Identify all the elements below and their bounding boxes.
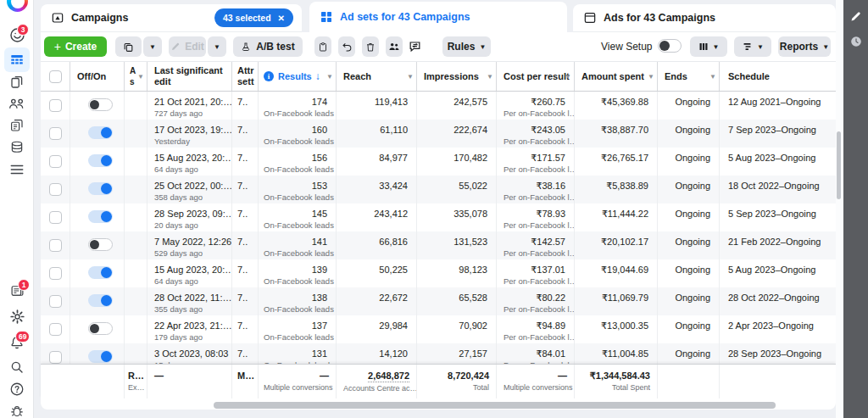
row-checkbox[interactable] [49,267,62,280]
edit-pencil-rail-icon[interactable] [843,10,868,23]
cost-per-result-value: ₹78.93 [504,208,565,220]
row-checkbox[interactable] [49,323,62,336]
reach-value: 33,424 [343,180,408,192]
view-setup-label: View Setup [601,41,653,53]
meta-ads-manager-logo[interactable] [7,0,28,12]
feedback-button[interactable] [408,40,422,53]
header-ends[interactable]: Ends▼ [657,62,719,91]
reach-value: 50,225 [343,264,408,276]
select-all-checkbox[interactable] [49,70,62,83]
info-icon[interactable]: i [264,71,274,81]
updates-icon[interactable]: 1 [0,283,34,298]
ads-page-icon [583,11,597,25]
breakdown-button[interactable]: ▼ [734,36,771,57]
table-row[interactable]: 7 May 2022, 12:26529 days ago 7.. 141On-… [41,231,836,259]
row-toggle[interactable] [88,350,113,363]
report-bug-icon[interactable] [0,404,34,418]
row-toggle[interactable] [88,238,113,251]
table-row[interactable]: 28 Sep 2023, 09:…20 days ago 7.. 145On-F… [41,203,836,231]
row-checkbox[interactable] [49,155,62,168]
duplicate-caret-button[interactable]: ▼ [143,36,162,57]
view-setup-toggle[interactable] [658,39,682,53]
table-row[interactable]: 21 Oct 2021, 20:…727 days ago 7.. 174On-… [41,92,836,120]
row-toggle[interactable] [88,294,113,307]
row-toggle[interactable] [88,322,113,335]
row-checkbox[interactable] [49,99,62,112]
results-value: 156 [264,152,327,164]
undo-button[interactable] [338,36,355,57]
header-amount-spent[interactable]: Amount spent▼ [574,62,657,91]
cost-per-result-value: ₹243.05 [504,124,565,136]
table-row[interactable]: 17 Oct 2023, 19:…Yesterday 7.. 160On-Fac… [41,120,836,148]
duplicate-button[interactable] [115,36,142,57]
row-checkbox[interactable] [49,351,62,364]
all-tools-menu-icon[interactable] [0,164,34,176]
selected-count-pill[interactable]: 43 selected✕ [214,8,293,27]
notifications-bell-icon[interactable]: 69 [0,335,34,350]
sort-descending-icon: ↓ [315,70,320,82]
amount-spent-value: ₹11,004.85 [581,348,648,359]
row-checkbox[interactable] [49,295,62,308]
table-row[interactable]: 25 Oct 2022, 00:…358 days ago 7.. 153On-… [41,176,836,203]
header-cost-per-result[interactable]: Cost per result▼ [496,62,574,91]
header-name[interactable]: As▼ [124,62,147,91]
history-clock-rail-icon[interactable] [843,36,868,47]
audiences-nav-icon[interactable] [0,96,34,111]
impressions-value: 222,674 [424,124,487,136]
row-toggle[interactable] [88,154,113,167]
row-checkbox[interactable] [49,127,62,140]
header-impressions[interactable]: Impressions▼ [416,62,496,91]
help-icon[interactable] [0,382,34,397]
vertical-scrollbar[interactable] [837,131,841,199]
impressions-value: 70,902 [424,320,487,332]
billing-nav-icon[interactable] [0,140,34,155]
columns-button[interactable]: ▼ [690,36,727,57]
pages-nav-icon[interactable] [0,75,34,90]
header-last-edit[interactable]: Last significantedit [147,62,231,91]
row-checkbox[interactable] [49,239,62,252]
account-icon[interactable]: 3 [0,27,34,43]
row-toggle[interactable] [88,210,113,223]
ads-manager-nav-icon[interactable] [0,53,34,68]
horizontal-scrollbar[interactable] [214,402,776,409]
clear-selection-icon[interactable]: ✕ [278,14,285,23]
results-value: 160 [264,124,327,136]
row-toggle[interactable] [88,98,113,111]
last-edit-ago: 179 days ago [154,332,225,343]
row-checkbox[interactable] [49,211,62,224]
row-toggle[interactable] [88,126,113,139]
header-attribution[interactable]: Attrsett [231,62,258,91]
table-row[interactable]: 28 Oct 2022, 11:…355 days ago 7.. 138On-… [41,287,836,315]
row-toggle[interactable] [88,182,113,195]
header-reach[interactable]: Reach▼ [336,62,416,91]
results-type: On-Facebook leads [264,109,327,119]
delete-button[interactable] [362,36,379,57]
header-schedule[interactable]: Schedule [719,62,835,91]
last-edit-date: 28 Sep 2023, 09:… [154,208,225,220]
header-results[interactable]: iResults↓▼ [258,62,336,91]
impressions-value: 27,157 [424,348,487,359]
row-checkbox[interactable] [49,183,62,196]
reports-button[interactable]: Reports▼ [778,36,831,57]
results-value: 138 [264,292,327,304]
ab-test-button[interactable]: A/B test [233,36,303,57]
table-row[interactable]: 3 Oct 2023, 08:0315 days ago 7.. 131On-F… [41,343,836,364]
results-value: 153 [264,180,327,192]
adsets-grid-icon [320,10,333,24]
search-icon[interactable] [0,359,34,375]
settings-gear-icon[interactable] [0,309,34,325]
table-row[interactable]: 15 Aug 2023, 20:…64 days ago 7.. 139On-F… [41,259,836,287]
ads-reporting-nav-icon[interactable] [0,118,34,133]
paste-button[interactable] [314,36,331,57]
tab-campaigns[interactable]: Campaigns 43 selected✕ [41,4,302,32]
tab-ads[interactable]: Ads for 43 Campaigns [573,4,836,32]
table-row[interactable]: 15 Aug 2023, 20:…64 days ago 7.. 156On-F… [41,148,836,176]
create-button[interactable]: +Create [44,36,107,57]
assign-button[interactable] [386,36,403,57]
edit-button[interactable]: Edit [169,36,206,57]
table-row[interactable]: 22 Apr 2023, 21:…179 days ago 7.. 137On-… [41,315,836,343]
edit-caret-button[interactable]: ▼ [208,36,226,57]
tab-adsets[interactable]: Ad sets for 43 Campaigns [309,2,567,32]
rules-button[interactable]: Rules▼ [442,36,491,57]
row-toggle[interactable] [88,266,113,279]
